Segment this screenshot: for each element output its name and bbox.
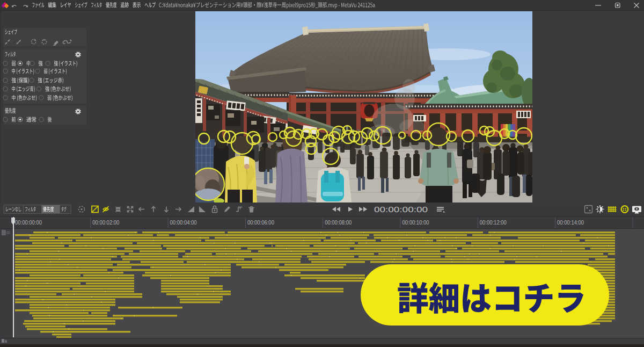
svg-text:00:00:02:00: 00:00:02:00 xyxy=(92,219,119,226)
svg-text:00:00:08:00: 00:00:08:00 xyxy=(325,219,352,226)
svg-text:00:00:00:00: 00:00:00:00 xyxy=(15,219,42,226)
svg-text:00:00:06:00: 00:00:06:00 xyxy=(247,219,274,226)
svg-text:00:00:00:00: 00:00:00:00 xyxy=(374,205,428,214)
svg-text:00:00:12:00: 00:00:12:00 xyxy=(480,219,507,226)
svg-text:00:00:04:00: 00:00:04:00 xyxy=(170,219,197,226)
svg-text:00:00:14:00: 00:00:14:00 xyxy=(557,219,584,226)
svg-text:00:00:10:00: 00:00:10:00 xyxy=(402,219,429,226)
